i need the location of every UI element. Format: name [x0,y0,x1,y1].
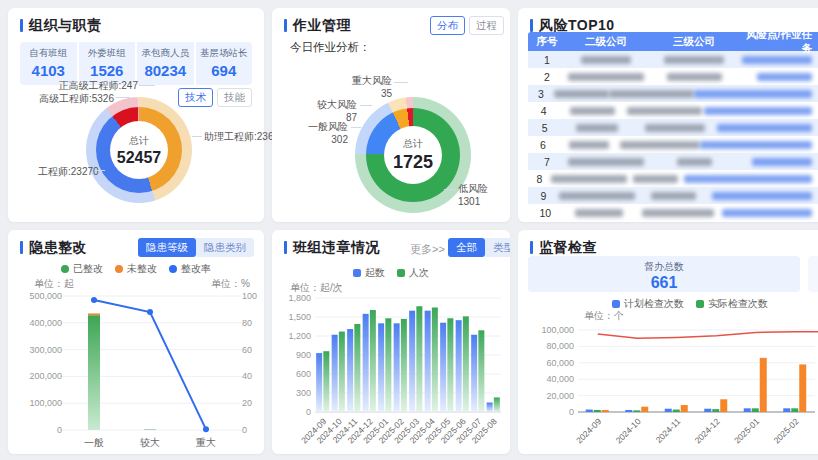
callout-low-risk: 低风险 1301 [458,182,488,207]
svg-text:600: 600 [296,369,311,379]
more-link[interactable]: 更多>> [410,242,445,257]
col-company2: 二级公司 [566,35,646,49]
stat-label: 基层场站长 [196,47,253,60]
svg-text:2024-10: 2024-10 [614,416,643,445]
table-row[interactable]: 7 [528,153,818,170]
callout-general-risk: 一般风险 302 [308,120,348,145]
risk-link[interactable] [742,158,818,166]
stat-value: 661 [528,274,800,292]
table-row[interactable]: 10 [528,204,818,221]
legend-item-unrectified[interactable]: 未整改 [115,262,157,276]
tab-skill[interactable]: 技能 [217,88,252,107]
svg-text:100,000: 100,000 [541,325,574,335]
callout-senior-engineer: 高级工程师:5326 [39,92,114,106]
svg-text:40,000: 40,000 [546,374,574,384]
stat-value: 694 [196,62,253,79]
tab-hazard-level[interactable]: 隐患等级 [138,238,196,257]
table-row[interactable]: 9 [528,187,818,204]
svg-text:0: 0 [57,425,62,435]
legend-item-cases[interactable]: 起数 [353,266,385,280]
svg-text:40: 40 [242,371,252,381]
button-distribution[interactable]: 分布 [430,16,465,35]
donut-total-value: 1725 [393,152,433,173]
panel-risk-top10: 风险TOP10 序号 二级公司 三级公司 风险点/作业任务 1 2 3 4 [518,8,818,222]
legend-marker [353,269,361,277]
callout-name: 低风险 [458,182,488,196]
work-donut-chart: 总计 1725 [355,97,471,213]
tab-type[interactable]: 类型 [485,238,510,257]
work-subtitle: 今日作业分析： [290,40,371,55]
stat-label: 承包商人员 [137,47,194,60]
table-row[interactable]: 5 [528,119,818,136]
legend-marker [696,300,704,308]
donut-total-label: 总计 [403,137,423,151]
leader-line [394,82,408,83]
panel-organization: 组织与职责 自有班组 4103 外委班组 1526 承包商人员 80234 基层… [8,8,264,222]
risk-link[interactable] [694,90,818,98]
svg-text:0: 0 [242,425,247,435]
table-row[interactable]: 4 [528,102,818,119]
panel-work-title: 作业管理 [284,17,351,35]
svg-text:2025-01: 2025-01 [732,416,761,445]
callout-chief-senior-engineer: 正高级工程师:247 [59,79,138,93]
col-seq: 序号 [528,35,566,49]
svg-text:300,000: 300,000 [29,345,62,355]
risk-link[interactable] [684,175,818,183]
legend-item-persons[interactable]: 人次 [397,266,429,280]
callout-value: 1301 [458,196,488,207]
supervision-legend: 计划检查次数 实际检查次数 [612,297,768,311]
risk-link[interactable] [742,73,818,81]
hazard-bar-line-chart: 500,000100400,00080300,00060200,00040100… [14,288,258,452]
button-process[interactable]: 过程 [469,16,504,35]
legend-marker [612,300,620,308]
donut-center: 总计 1725 [384,126,442,184]
leader-line [360,105,372,106]
stat-label: 督办总数 [528,260,800,274]
svg-text:0: 0 [569,407,574,417]
col-risk-task: 风险点/作业任务 [742,28,818,56]
legend-marker [169,265,177,273]
risk-link[interactable] [712,192,818,200]
callout-assistant-engineer: 助理工程师:236... [204,130,282,144]
risk-link[interactable] [704,107,818,115]
risk-table-header: 序号 二级公司 三级公司 风险点/作业任务 [528,32,818,51]
svg-text:60,000: 60,000 [546,358,574,368]
svg-text:200,000: 200,000 [29,371,62,381]
hazard-tab-group: 隐患等级 隐患类别 [138,238,254,257]
svg-text:60: 60 [242,345,252,355]
stat-value: 4103 [20,62,77,79]
leader-line [351,127,361,128]
callout-value: 35 [352,88,392,99]
work-btn-group: 分布 过程 [430,16,504,35]
donut-total-value: 52457 [117,149,162,167]
dashboard: { "panels": { "org": { "title": "组织与职责",… [0,0,818,460]
callout-name: 较大风险 [317,98,357,112]
legend-item-rectified[interactable]: 已整改 [61,262,103,276]
callout-value: 302 [308,134,348,145]
risk-link[interactable] [742,56,818,64]
leader-line [192,136,202,137]
legend-item-rate[interactable]: 整改率 [169,262,211,276]
table-row[interactable]: 3 [528,85,818,102]
table-row[interactable]: 2 [528,68,818,85]
svg-text:500,000: 500,000 [29,291,62,301]
risk-link[interactable] [722,209,818,217]
risk-link[interactable] [717,124,818,132]
tab-all[interactable]: 全部 [448,238,485,257]
panel-supervision: 监督检查 督办总数 661 计划检查次数 实际检查次数 单位：个 100,000… [518,230,818,454]
svg-text:400,000: 400,000 [29,318,62,328]
violation-bar-chart: 1,8001,5001,20090060030002024-092024-102… [275,290,507,452]
tab-hazard-category[interactable]: 隐患类别 [196,238,254,257]
donut-center: 总计 52457 [110,121,168,179]
legend-item-actual[interactable]: 实际检查次数 [696,297,768,311]
risk-link[interactable] [700,141,818,149]
svg-text:1,500: 1,500 [288,312,311,322]
table-row[interactable]: 6 [528,136,818,153]
violation-tab-group: 全部 类型 级别 [448,238,510,257]
callout-name: 重大风险 [352,74,392,88]
col-company3: 三级公司 [646,35,742,49]
panel-violation-title: 班组违章情况 [284,239,380,257]
stat-contractor-staff: 承包商人员 80234 [137,42,194,85]
table-row[interactable]: 8 [528,170,818,187]
svg-text:0: 0 [306,407,311,417]
